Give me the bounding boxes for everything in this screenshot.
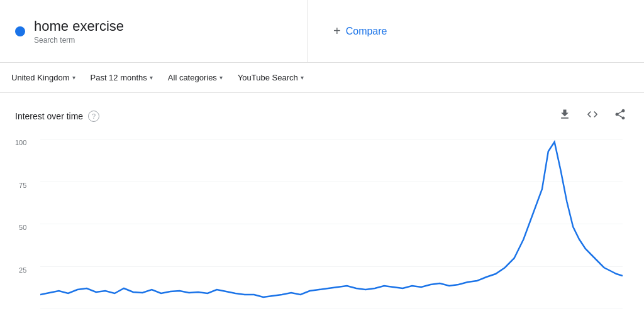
y-label-25: 25 <box>19 266 26 274</box>
compare-label: Compare <box>346 26 387 37</box>
search-term-label: home exercise <box>34 18 124 35</box>
help-icon[interactable]: ? <box>88 111 99 122</box>
source-label: YouTube Search <box>238 73 298 82</box>
search-term-dot <box>15 26 25 36</box>
region-filter[interactable]: United Kingdom ▾ <box>5 69 82 86</box>
source-chevron-icon: ▾ <box>301 74 304 81</box>
search-term-section: home exercise Search term <box>0 0 308 62</box>
compare-section: + Compare <box>308 0 644 62</box>
y-label-75: 75 <box>19 182 26 189</box>
chart-svg <box>40 139 623 308</box>
categories-chevron-icon: ▾ <box>219 74 223 81</box>
embed-button[interactable] <box>584 106 601 126</box>
chart-container: 100 75 50 25 Apr 28, 2019 Aug 18, 2019 D… <box>40 139 623 321</box>
share-button[interactable] <box>611 106 629 126</box>
chart-actions <box>556 106 629 126</box>
y-axis: 100 75 50 25 <box>15 139 30 308</box>
time-filter[interactable]: Past 12 months ▾ <box>84 69 159 86</box>
y-label-50: 50 <box>19 224 26 231</box>
chart-title: Interest over time <box>15 111 83 121</box>
chart-title-group: Interest over time ? <box>15 111 99 122</box>
filters-bar: United Kingdom ▾ Past 12 months ▾ All ca… <box>0 63 644 93</box>
top-bar: home exercise Search term + Compare <box>0 0 644 63</box>
y-label-100: 100 <box>15 139 26 146</box>
time-label: Past 12 months <box>91 73 147 82</box>
download-button[interactable] <box>556 106 574 126</box>
search-term-sublabel: Search term <box>34 36 124 45</box>
compare-button[interactable]: + Compare <box>333 24 387 38</box>
time-chevron-icon: ▾ <box>150 74 153 81</box>
chart-section: Interest over time ? 100 75 50 25 <box>0 93 644 321</box>
plus-icon: + <box>333 24 341 38</box>
region-chevron-icon: ▾ <box>72 74 75 81</box>
trend-line <box>40 142 623 297</box>
chart-header: Interest over time ? <box>15 106 629 126</box>
search-term-text: home exercise Search term <box>34 18 124 45</box>
categories-label: All categories <box>168 73 217 82</box>
categories-filter[interactable]: All categories ▾ <box>162 69 229 86</box>
source-filter[interactable]: YouTube Search ▾ <box>231 69 310 86</box>
region-label: United Kingdom <box>11 73 70 82</box>
